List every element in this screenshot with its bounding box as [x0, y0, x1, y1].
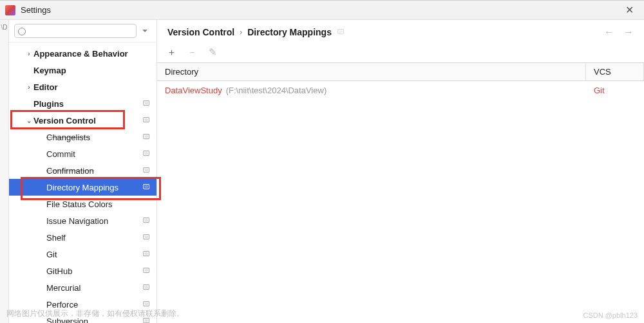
tree-item-label: Directory Mappings — [46, 183, 142, 192]
tree-item-shelf[interactable]: Shelf — [9, 229, 156, 246]
chevron-icon: › — [24, 50, 33, 57]
project-tag-icon — [337, 28, 346, 37]
mappings-toolbar: ＋ － ✎ — [157, 44, 644, 62]
svg-rect-27 — [339, 30, 342, 33]
tree-item-issue-navigation[interactable]: Issue Navigation — [9, 212, 156, 229]
svg-rect-19 — [145, 269, 148, 272]
os-left-gutter: \D — [0, 20, 9, 323]
tree-item-changelists[interactable]: Changelists — [9, 129, 156, 145]
tree-item-label: File Status Colors — [46, 199, 151, 209]
titlebar: Settings ✕ — [0, 1, 644, 20]
remove-button[interactable]: － — [185, 46, 198, 59]
project-tag-icon — [142, 266, 151, 275]
tree-item-appearance-behavior[interactable]: ›Appearance & Behavior — [9, 45, 156, 62]
close-icon[interactable]: ✕ — [620, 1, 639, 19]
project-tag-icon — [142, 216, 151, 225]
tree-item-mercurial[interactable]: Mercurial — [9, 279, 156, 296]
tree-item-label: Shelf — [46, 233, 142, 243]
tree-item-editor[interactable]: ›Editor — [9, 78, 156, 95]
watermark-right: CSDN @pblh123 — [583, 311, 638, 319]
tree-item-directory-mappings[interactable]: Directory Mappings — [9, 179, 156, 196]
project-tag-icon — [142, 300, 151, 309]
project-tag-icon — [142, 250, 151, 259]
tree-item-label: GitHub — [46, 266, 142, 276]
tree-item-label: Git — [46, 250, 142, 259]
mappings-table: Directory VCS DataViewStudy(F:\niit\test… — [157, 62, 644, 323]
edit-button[interactable]: ✎ — [206, 46, 219, 59]
project-tag-icon — [142, 133, 151, 142]
add-button[interactable]: ＋ — [165, 46, 178, 59]
tree-item-file-status-colors[interactable]: File Status Colors — [9, 196, 156, 212]
tree-item-github[interactable]: GitHub — [9, 263, 156, 279]
table-row[interactable]: DataViewStudy(F:\niit\test\2024\DataView… — [157, 81, 644, 99]
tree-item-version-control[interactable]: ⌄Version Control — [9, 112, 156, 129]
header-vcs[interactable]: VCS — [586, 63, 644, 80]
watermark-left: 网络图片仅供展示，非存储，如有侵权请联系删除。 — [6, 308, 184, 319]
tree-item-label: Keymap — [33, 66, 151, 75]
svg-rect-23 — [145, 302, 148, 305]
tree-item-label: Changelists — [46, 133, 142, 142]
tree-item-label: Issue Navigation — [46, 216, 142, 226]
svg-rect-7 — [145, 152, 148, 154]
chevron-right-icon: › — [240, 28, 242, 37]
tree-item-label: Appearance & Behavior — [33, 49, 151, 59]
project-tag-icon — [142, 149, 151, 158]
svg-rect-5 — [145, 135, 148, 138]
svg-rect-13 — [145, 219, 148, 221]
svg-rect-17 — [145, 252, 148, 255]
search-input[interactable] — [14, 24, 137, 38]
tree-item-git[interactable]: Git — [9, 246, 156, 263]
svg-rect-3 — [145, 118, 148, 121]
cell-directory: DataViewStudy(F:\niit\test\2024\DataView… — [157, 82, 586, 98]
tree-item-label: Commit — [46, 149, 142, 159]
breadcrumb-current: Directory Mappings — [247, 27, 332, 37]
settings-tree: ›Appearance & BehaviorKeymap›EditorPlugi… — [9, 42, 156, 323]
tree-item-confirmation[interactable]: Confirmation — [9, 162, 156, 179]
header-directory[interactable]: Directory — [157, 63, 586, 80]
sidebar-search-row — [9, 20, 156, 42]
tree-item-plugins[interactable]: Plugins — [9, 95, 156, 112]
tree-item-label: Confirmation — [46, 166, 142, 176]
main-panel: Version Control › Directory Mappings ← →… — [157, 20, 644, 323]
project-tag-icon — [142, 166, 151, 175]
project-tag-icon — [142, 116, 151, 125]
svg-rect-25 — [145, 319, 148, 322]
project-tag-icon — [142, 283, 151, 292]
tree-item-label: Mercurial — [46, 283, 142, 293]
svg-rect-15 — [145, 235, 148, 238]
project-tag-icon — [142, 233, 151, 242]
project-tag-icon — [142, 183, 151, 192]
svg-rect-1 — [145, 102, 148, 104]
svg-rect-21 — [145, 286, 148, 288]
tree-item-label: Version Control — [33, 116, 142, 125]
app-icon — [5, 5, 15, 15]
tree-item-keymap[interactable]: Keymap — [9, 62, 156, 78]
project-tag-icon — [142, 99, 151, 108]
svg-rect-9 — [145, 169, 148, 171]
nav-back-icon[interactable]: ← — [604, 26, 614, 38]
table-header: Directory VCS — [157, 63, 644, 81]
tree-item-label: Plugins — [33, 99, 142, 109]
settings-sidebar: ›Appearance & BehaviorKeymap›EditorPlugi… — [9, 20, 157, 323]
tree-item-commit[interactable]: Commit — [9, 145, 156, 162]
chevron-icon: › — [24, 84, 33, 91]
nav-forward-icon[interactable]: → — [623, 26, 634, 38]
svg-rect-11 — [145, 185, 148, 188]
tree-item-label: Editor — [33, 82, 151, 92]
cell-vcs: Git — [586, 82, 644, 98]
breadcrumb-parent[interactable]: Version Control — [167, 27, 234, 37]
window-title: Settings — [21, 5, 51, 15]
breadcrumb: Version Control › Directory Mappings ← → — [157, 20, 644, 44]
chevron-icon: ⌄ — [24, 117, 33, 124]
